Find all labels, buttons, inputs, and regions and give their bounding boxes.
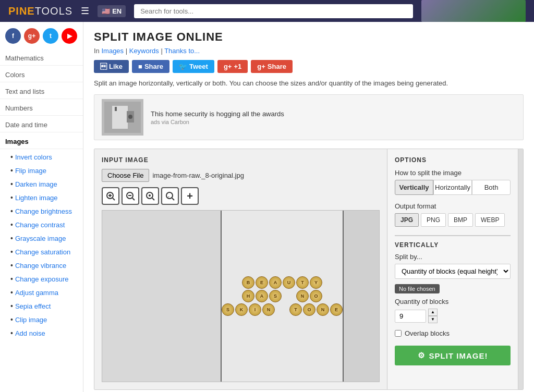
search-input[interactable]: [134, 4, 413, 18]
sidebar-link-change-brightness[interactable]: Change brightness: [0, 204, 83, 218]
sidebar-item-images[interactable]: Images: [0, 133, 83, 148]
svg-point-3: [128, 115, 132, 119]
split-vertically-button[interactable]: Vertically: [395, 180, 433, 195]
svg-line-11: [132, 198, 135, 200]
output-format-label: Output format: [395, 202, 511, 210]
format-png-button[interactable]: PNG: [421, 213, 446, 227]
youtube-social-icon[interactable]: ▶: [62, 28, 77, 44]
split-how-label: How to split the image: [395, 169, 511, 177]
share-fb-label: Share: [144, 63, 163, 70]
sidebar-item-mathematics[interactable]: Mathematics: [0, 50, 83, 64]
overlap-row: Overlap blocks: [395, 329, 511, 337]
language-button[interactable]: 🇺🇸 EN: [98, 5, 126, 17]
zoom-in-button[interactable]: [102, 187, 119, 205]
social-icons-group: f g+ t ▶: [0, 22, 83, 50]
share-buttons-group:  Like ■ Share 🐦 Tweet g+ +1 g+ Share: [94, 60, 524, 73]
split-both-button[interactable]: Both: [472, 180, 511, 195]
quantity-decrement-button[interactable]: ▼: [428, 316, 438, 323]
sidebar-divider: [0, 149, 83, 149]
sidebar-link-add-noise[interactable]: Add noise: [0, 326, 83, 340]
file-input-row: Choose File image-from-raw._8-original.j…: [102, 169, 380, 182]
main-content: SPLIT IMAGE ONLINE In Images | Keywords …: [83, 22, 534, 392]
quantity-input-row: ▲ ▼: [395, 309, 511, 323]
split-method-group: Vertically Horizontally Both: [395, 180, 511, 195]
sidebar-link-lighten-image[interactable]: Lighten image: [0, 191, 83, 204]
svg-rect-4: [115, 107, 117, 111]
sidebar-item-colors[interactable]: Colors: [0, 67, 83, 81]
no-file-tooltip: No file chosen: [395, 284, 440, 293]
sidebar-link-flip-image[interactable]: Flip image: [0, 164, 83, 177]
gp-share-label: Share: [268, 63, 286, 70]
format-jpg-button[interactable]: JPG: [395, 213, 419, 227]
svg-rect-1: [112, 106, 128, 129]
zoom-fit-button[interactable]: [141, 187, 159, 205]
sidebar-link-grayscale-image[interactable]: Grayscale image: [0, 231, 83, 245]
svg-line-14: [152, 198, 154, 200]
sidebar-item-text-lists[interactable]: Text and lists: [0, 83, 83, 97]
sidebar-link-sepia-effect[interactable]: Sepia effect: [0, 299, 83, 313]
svg-point-15: [166, 192, 173, 199]
content-area: SPLIT IMAGE ONLINE In Images | Keywords …: [83, 22, 534, 392]
facebook-social-icon[interactable]: f: [5, 28, 21, 44]
breadcrumb-link-keywords[interactable]: Keywords: [129, 47, 159, 55]
svg-line-16: [172, 198, 174, 200]
lang-label: EN: [112, 7, 122, 15]
zoom-out-button[interactable]: [122, 187, 139, 205]
image-preview: BEAUTY HAS NO SKIN TON: [102, 210, 380, 382]
share-fb-icon: ■: [138, 63, 142, 70]
split-image-button[interactable]: ⚙ SPLIT IMAGE!: [395, 346, 511, 365]
sidebar-divider: [0, 115, 83, 116]
vertically-section: VERTICALLY Split by... Quantity of block…: [395, 235, 511, 365]
input-panel: INPUT IMAGE Choose File image-from-raw._…: [94, 149, 387, 389]
add-split-line-button[interactable]: +: [181, 187, 199, 205]
sidebar-item-date-time[interactable]: Date and time: [0, 117, 83, 131]
like-label: Like: [109, 63, 123, 70]
zoom-reset-button[interactable]: -: [161, 187, 179, 205]
format-bmp-button[interactable]: BMP: [448, 213, 473, 227]
scrollbar[interactable]: [518, 149, 523, 389]
sidebar-link-change-saturation[interactable]: Change saturation: [0, 245, 83, 259]
twitter-social-icon[interactable]: t: [43, 28, 58, 44]
google-plus-social-icon[interactable]: g+: [24, 28, 40, 44]
overlap-checkbox[interactable]: [395, 330, 402, 337]
options-panel-title: OPTIONS: [395, 156, 511, 164]
sidebar-link-change-contrast[interactable]: Change contrast: [0, 218, 83, 231]
breadcrumb-link-images[interactable]: Images: [101, 47, 124, 55]
gear-icon: ⚙: [418, 351, 425, 360]
facebook-icon: : [100, 63, 107, 70]
choose-file-button[interactable]: Choose File: [102, 169, 149, 182]
sidebar-link-invert-colors[interactable]: Invert colors: [0, 150, 83, 164]
tool-area: INPUT IMAGE Choose File image-from-raw._…: [94, 149, 524, 390]
google-plus-share-button[interactable]: g+ Share: [251, 60, 293, 73]
hamburger-icon[interactable]: ☰: [81, 5, 89, 17]
sidebar-link-darken-image[interactable]: Darken image: [0, 177, 83, 191]
header-banner-image: [421, 0, 526, 22]
overlap-label[interactable]: Overlap blocks: [405, 329, 450, 337]
breadcrumb-link-thanks[interactable]: Thanks to...: [164, 47, 200, 55]
share-facebook-button[interactable]: ■ Share: [132, 60, 169, 73]
tweet-button[interactable]: 🐦 Tweet: [173, 60, 214, 73]
main-layout: f g+ t ▶ Mathematics Colors Text and lis…: [0, 22, 534, 392]
quantity-input[interactable]: [395, 310, 426, 323]
quantity-stepper: ▲ ▼: [428, 309, 438, 323]
ad-text: This home security is hogging all the aw…: [151, 110, 284, 118]
like-button[interactable]:  Like: [94, 60, 129, 73]
split-horizontally-button[interactable]: Horizontally: [433, 180, 472, 195]
quantity-increment-button[interactable]: ▲: [428, 309, 438, 316]
sidebar-link-change-exposure[interactable]: Change exposure: [0, 272, 83, 286]
split-by-select[interactable]: Quantity of blocks (equal height): [395, 264, 511, 279]
sidebar-link-change-vibrance[interactable]: Change vibrance: [0, 259, 83, 272]
gp-one-label: +1: [234, 63, 241, 70]
sidebar-item-numbers[interactable]: Numbers: [0, 100, 83, 114]
ad-content: This home security is hogging all the aw…: [151, 110, 284, 125]
logo[interactable]: PINETOOLS: [8, 5, 72, 17]
zoom-controls: - +: [102, 187, 380, 205]
gp-icon: g+: [224, 63, 232, 70]
sidebar-link-adjust-gamma[interactable]: Adjust gamma: [0, 286, 83, 299]
google-plus-one-button[interactable]: g+ +1: [217, 60, 248, 73]
format-webp-button[interactable]: WEBP: [475, 213, 505, 227]
sidebar-divider: [0, 82, 83, 82]
flag-icon: 🇺🇸: [102, 7, 110, 15]
svg-line-8: [113, 198, 115, 200]
sidebar-link-clip-image[interactable]: Clip image: [0, 313, 83, 326]
